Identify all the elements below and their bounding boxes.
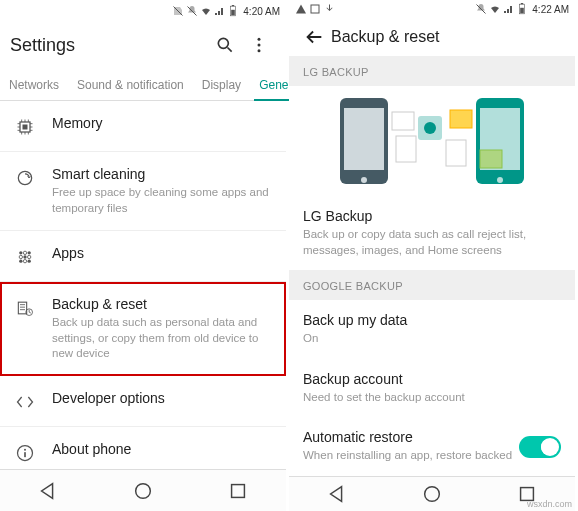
tab-sound[interactable]: Sound & notification bbox=[68, 68, 193, 100]
smart-cleaning-icon bbox=[14, 166, 36, 216]
list-item-backup-my-data[interactable]: Back up my data On bbox=[289, 300, 575, 359]
status-time: 4:20 AM bbox=[243, 6, 280, 17]
item-subtitle: When reinstalling an app, restore backed bbox=[303, 448, 519, 464]
list-item-lg-backup[interactable]: LG Backup Back up or copy data such as c… bbox=[289, 196, 575, 270]
nav-bar bbox=[0, 469, 286, 511]
settings-screen: 4:20 AM Settings Networks Sound & notifi… bbox=[0, 0, 289, 511]
circle-home-icon bbox=[132, 480, 154, 502]
item-title: Automatic restore bbox=[303, 429, 519, 445]
item-title: Memory bbox=[52, 115, 272, 131]
svg-point-14 bbox=[23, 255, 26, 258]
mute-icon bbox=[475, 3, 487, 15]
svg-point-15 bbox=[28, 255, 31, 258]
item-subtitle: Back up or copy data such as call reject… bbox=[303, 227, 561, 258]
svg-rect-42 bbox=[480, 150, 502, 168]
triangle-back-icon bbox=[37, 480, 59, 502]
battery-icon bbox=[228, 5, 238, 17]
nav-back-button[interactable] bbox=[35, 478, 61, 504]
arrow-back-icon bbox=[303, 26, 325, 48]
svg-rect-27 bbox=[311, 5, 319, 13]
developer-icon bbox=[14, 390, 36, 412]
svg-rect-37 bbox=[396, 136, 416, 162]
item-title: Backup & reset bbox=[52, 296, 272, 312]
svg-point-6 bbox=[258, 49, 261, 52]
no-sim-icon bbox=[172, 5, 184, 17]
tab-networks[interactable]: Networks bbox=[0, 68, 68, 100]
svg-rect-2 bbox=[231, 10, 235, 15]
svg-point-17 bbox=[23, 260, 26, 263]
signal-icon bbox=[503, 3, 515, 15]
back-button[interactable] bbox=[297, 20, 331, 54]
list-item-automatic-restore[interactable]: Automatic restore When reinstalling an a… bbox=[289, 417, 575, 476]
item-title: Apps bbox=[52, 245, 272, 261]
item-subtitle: Back up data such as personal data and s… bbox=[52, 315, 272, 362]
signal-icon bbox=[214, 5, 226, 17]
watermark: wsxdn.com bbox=[527, 499, 572, 509]
settings-list: Memory Smart cleaningFree up space by cl… bbox=[0, 101, 286, 469]
list-item-about[interactable]: About phone bbox=[0, 427, 286, 469]
svg-rect-19 bbox=[18, 302, 26, 314]
nav-recent-button[interactable] bbox=[225, 478, 251, 504]
screenshot-icon bbox=[309, 3, 321, 15]
svg-rect-41 bbox=[450, 110, 472, 128]
item-subtitle: Free up space by cleaning some apps and … bbox=[52, 185, 272, 216]
backup-reset-screen: 4:22 AM Backup & reset LG BACKUP bbox=[289, 0, 578, 511]
list-item-developer[interactable]: Developer options bbox=[0, 376, 286, 427]
warning-icon bbox=[295, 3, 307, 15]
item-title: Smart cleaning bbox=[52, 166, 272, 182]
battery-icon bbox=[517, 3, 527, 15]
list-item-smart-cleaning[interactable]: Smart cleaningFree up space by cleaning … bbox=[0, 152, 286, 231]
item-title: Backup account bbox=[303, 371, 561, 387]
svg-rect-29 bbox=[521, 3, 523, 4]
svg-rect-8 bbox=[23, 125, 28, 130]
svg-point-18 bbox=[28, 260, 31, 263]
square-recent-icon bbox=[227, 480, 249, 502]
svg-point-3 bbox=[218, 38, 228, 48]
item-title: Developer options bbox=[52, 390, 272, 406]
backup-illustration bbox=[289, 86, 575, 196]
app-header: Backup & reset bbox=[289, 18, 575, 56]
search-button[interactable] bbox=[208, 28, 242, 62]
item-subtitle: On bbox=[303, 331, 561, 347]
svg-rect-1 bbox=[232, 5, 234, 6]
svg-point-5 bbox=[258, 44, 261, 47]
wifi-icon bbox=[489, 3, 501, 15]
list-item-backup-account[interactable]: Backup account Need to set the backup ac… bbox=[289, 359, 575, 418]
svg-point-13 bbox=[19, 255, 22, 258]
svg-point-25 bbox=[136, 483, 151, 498]
svg-point-12 bbox=[28, 251, 31, 254]
nav-home-button[interactable] bbox=[419, 481, 445, 507]
list-item-memory[interactable]: Memory bbox=[0, 101, 286, 152]
circle-home-icon bbox=[421, 483, 443, 505]
page-title: Backup & reset bbox=[331, 28, 440, 46]
nav-back-button[interactable] bbox=[324, 481, 350, 507]
status-time: 4:22 AM bbox=[532, 4, 569, 15]
status-bar: 4:22 AM bbox=[289, 0, 575, 18]
app-header: Settings bbox=[0, 22, 286, 68]
svg-rect-32 bbox=[344, 108, 384, 170]
toggle-label: ON bbox=[541, 439, 557, 455]
download-icon bbox=[323, 3, 335, 15]
list-item-apps[interactable]: Apps bbox=[0, 231, 286, 282]
triangle-back-icon bbox=[326, 483, 348, 505]
item-subtitle: Need to set the backup account bbox=[303, 390, 561, 406]
svg-point-4 bbox=[258, 38, 261, 41]
svg-rect-26 bbox=[232, 484, 245, 497]
svg-point-16 bbox=[19, 260, 22, 263]
status-bar: 4:20 AM bbox=[0, 0, 286, 22]
item-title: LG Backup bbox=[303, 208, 561, 224]
overflow-button[interactable] bbox=[242, 28, 276, 62]
nav-home-button[interactable] bbox=[130, 478, 156, 504]
svg-point-22 bbox=[24, 448, 26, 450]
svg-rect-43 bbox=[392, 112, 414, 130]
tab-display[interactable]: Display bbox=[193, 68, 250, 100]
more-vert-icon bbox=[249, 35, 269, 55]
list-item-backup-reset[interactable]: Backup & resetBack up data such as perso… bbox=[0, 282, 286, 376]
section-header-google: GOOGLE BACKUP bbox=[289, 270, 575, 300]
toggle-switch[interactable]: ON bbox=[519, 436, 561, 458]
svg-point-11 bbox=[23, 251, 26, 254]
mute-icon bbox=[186, 5, 198, 17]
item-title: Back up my data bbox=[303, 312, 561, 328]
search-icon bbox=[215, 35, 235, 55]
svg-point-40 bbox=[424, 122, 436, 134]
